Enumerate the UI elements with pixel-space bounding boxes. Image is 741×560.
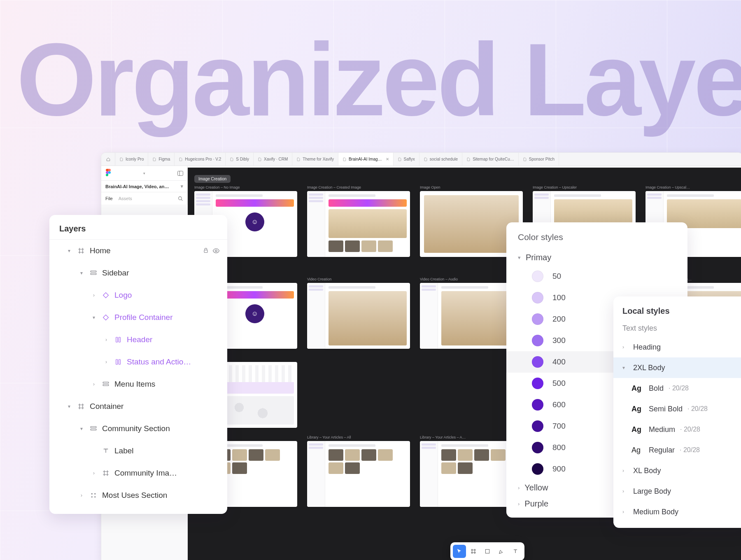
chevron-icon[interactable]: ▾ [78, 426, 85, 432]
cols-icon [114, 336, 123, 343]
text-style[interactable]: AgSemi Bold · 20/28 [613, 399, 741, 419]
text-style-group[interactable]: ›XL Body [613, 460, 741, 481]
text-style[interactable]: AgBold · 20/28 [613, 378, 741, 399]
cols-icon [114, 358, 123, 366]
text-style-group[interactable]: ›Heading [613, 337, 741, 357]
layer-row[interactable]: ›Header [49, 329, 227, 351]
sidebar-mode-tabs: File Assets [101, 192, 188, 205]
tab[interactable]: BrainAI-AI Imag…✕ [338, 153, 394, 166]
layer-label: Header [127, 335, 220, 344]
svg-point-23 [94, 496, 96, 497]
tab[interactable]: Sitemap for QuiteCu… [462, 153, 519, 166]
chevron-icon[interactable]: › [103, 337, 110, 343]
layer-row[interactable]: Label [49, 440, 227, 462]
eye-icon[interactable] [212, 247, 220, 254]
canvas-frame[interactable]: Video Creation [307, 277, 410, 349]
section-chip[interactable]: Image Creation [194, 175, 231, 183]
diamond-icon [101, 314, 110, 321]
text-style-meta: · 20/28 [669, 385, 689, 392]
ag-sample: Ag [631, 384, 644, 393]
chevron-icon: ▾ [518, 254, 521, 261]
color-label: 700 [552, 422, 566, 431]
color-group[interactable]: ▾Primay [506, 250, 687, 266]
assets-tab[interactable]: Assets [119, 196, 132, 201]
color-swatch [532, 292, 543, 303]
text-style-group[interactable]: ▾2XL Body [613, 357, 741, 378]
chevron-icon[interactable]: ▾ [66, 248, 72, 254]
layer-row[interactable]: ▾Container [49, 395, 227, 418]
search-icon[interactable] [178, 196, 183, 201]
home-tab[interactable] [101, 153, 115, 166]
layer-row[interactable]: ▾Profile Container [49, 306, 227, 329]
layer-row[interactable]: ▾Sidebar [49, 262, 227, 284]
grid-icon [89, 492, 98, 499]
chevron-icon[interactable]: ▾ [78, 270, 85, 276]
canvas-frame[interactable]: Image Creation – Created Image [307, 185, 410, 257]
layer-row[interactable]: ›Status and Actio… [49, 351, 227, 373]
diamond-icon [101, 292, 110, 299]
move-tool[interactable] [453, 545, 466, 558]
layer-row[interactable]: ▾Home [49, 240, 227, 262]
svg-rect-8 [91, 271, 96, 272]
bottom-toolbar [450, 542, 524, 560]
text-tool[interactable] [509, 545, 522, 558]
chevron-icon: › [518, 501, 520, 507]
tab[interactable]: Figma [148, 153, 175, 166]
color-group-label: Yellow [524, 483, 548, 492]
lock-icon[interactable] [203, 247, 209, 254]
text-style-group[interactable]: ›Medium Body [613, 502, 741, 522]
svg-rect-9 [91, 273, 96, 275]
svg-point-3 [179, 196, 182, 200]
project-name[interactable]: BrainAI-AI Image, Video, an… ▾ [101, 181, 188, 192]
canvas-frame[interactable]: Library – Your Articles – All [307, 435, 410, 507]
color-swatch [532, 399, 543, 411]
text-style-group[interactable]: ›Large Body [613, 481, 741, 502]
text-style[interactable]: AgMedium · 20/28 [613, 419, 741, 440]
layer-label: Home [90, 246, 198, 255]
tab[interactable]: Theme for Xavify [292, 153, 338, 166]
chevron-icon: › [518, 485, 520, 491]
svg-point-7 [215, 250, 217, 252]
tab[interactable]: Hugeicons Pro · V.2 [175, 153, 226, 166]
text-style[interactable]: AgRegular · 20/28 [613, 440, 741, 460]
color-swatch [532, 463, 543, 475]
chevron-icon[interactable]: › [91, 470, 97, 476]
chevron-icon[interactable]: › [91, 292, 97, 298]
panel-toggle-icon[interactable] [177, 171, 183, 176]
layer-row[interactable]: ›Menu Items [49, 373, 227, 395]
tab[interactable]: Xavify · CRM [254, 153, 292, 166]
layer-row[interactable]: ▾Community Section [49, 418, 227, 440]
tab[interactable]: social schedule [419, 153, 462, 166]
chevron-icon[interactable]: ▾ [66, 404, 72, 409]
tab[interactable]: S Dibly [226, 153, 254, 166]
color-row[interactable]: 50 [506, 266, 687, 287]
file-tab[interactable]: File [105, 196, 113, 201]
frame-tool[interactable] [467, 545, 480, 558]
pen-tool[interactable] [495, 545, 508, 558]
chevron-icon[interactable]: ▾ [91, 315, 97, 320]
color-swatch [532, 356, 543, 368]
chevron-icon[interactable]: › [78, 492, 85, 498]
layer-row[interactable]: ›Most Uses Section [49, 484, 227, 506]
ag-sample: Ag [631, 425, 644, 434]
chevron-down-icon[interactable]: ▾ [143, 171, 145, 175]
chevron-icon: › [622, 468, 628, 474]
layer-row[interactable]: ›Logo [49, 284, 227, 306]
hero-title: Organized Layers [16, 21, 741, 139]
frame-label: Image Creation – Created Image [307, 185, 410, 189]
shape-tool[interactable] [481, 545, 494, 558]
svg-rect-15 [119, 359, 121, 364]
text-style-label: Heading [633, 343, 661, 352]
svg-point-22 [91, 496, 93, 497]
color-label: 50 [552, 272, 561, 281]
close-icon[interactable]: ✕ [386, 157, 389, 161]
tab[interactable]: Saflyx [394, 153, 419, 166]
layout-icon [89, 425, 98, 432]
tab[interactable]: Sponsor Pitch [519, 153, 559, 166]
text-style-label: Large Body [633, 487, 671, 496]
tab[interactable]: Iconly Pro [115, 153, 148, 166]
svg-rect-17 [103, 385, 109, 386]
chevron-icon[interactable]: › [91, 381, 97, 387]
chevron-icon[interactable]: › [103, 359, 110, 365]
layer-row[interactable]: ›Community Ima… [49, 462, 227, 484]
